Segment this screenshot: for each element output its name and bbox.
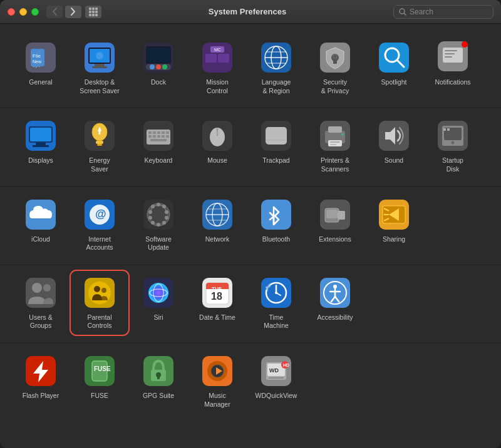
window-title: System Preferences	[101, 7, 393, 16]
pref-icloud[interactable]: iCloud	[13, 193, 69, 256]
bluetooth-icon	[261, 200, 291, 230]
pref-wdquickview[interactable]: WD HD WDQuickView	[248, 350, 304, 412]
svg-point-115	[148, 216, 152, 220]
notification-badge	[462, 41, 468, 48]
fuse-label: FUSE	[91, 392, 108, 400]
svg-rect-51	[445, 50, 457, 51]
pref-parental[interactable]: ParentalControls	[71, 272, 128, 334]
pref-sound[interactable]: Sound	[366, 115, 422, 177]
pref-network[interactable]: Network	[189, 193, 245, 256]
softwareupdate-label: SoftwareUpdate	[145, 235, 171, 252]
trackpad-icon	[261, 121, 291, 151]
search-box[interactable]	[393, 5, 493, 19]
svg-point-111	[165, 216, 168, 220]
general-label: General	[29, 78, 52, 87]
pref-bluetooth[interactable]: Bluetooth	[248, 193, 304, 256]
extensions-icon	[320, 200, 350, 230]
preferences-content: File New Opε File New General	[0, 24, 501, 448]
search-icon	[399, 8, 406, 16]
svg-rect-57	[36, 143, 46, 145]
pref-general[interactable]: File New Opε File New General	[13, 36, 69, 99]
svg-rect-5	[95, 11, 98, 13]
svg-point-30	[162, 64, 167, 69]
back-button[interactable]	[46, 6, 63, 18]
pref-energy[interactable]: EnergySaver	[71, 115, 128, 177]
svg-rect-2	[95, 8, 98, 10]
svg-rect-69	[162, 131, 165, 134]
svg-point-89	[341, 133, 344, 136]
svg-rect-183	[269, 377, 284, 379]
pref-notifications[interactable]: Notifications	[425, 36, 481, 99]
pref-extensions[interactable]: Extensions	[307, 193, 363, 256]
pref-keyboard[interactable]: Keyboard	[130, 115, 187, 177]
maximize-button[interactable]	[31, 8, 39, 16]
pref-internet[interactable]: @ InternetAccounts	[71, 193, 128, 256]
general-icon: File New Opε File New	[26, 43, 56, 73]
svg-rect-50	[443, 48, 463, 63]
search-input[interactable]	[410, 8, 491, 16]
network-icon	[202, 200, 232, 230]
svg-rect-21	[95, 64, 105, 66]
traffic-lights	[8, 8, 39, 16]
gpg-icon	[143, 356, 173, 386]
svg-point-143	[94, 286, 100, 292]
svg-rect-22	[92, 66, 107, 68]
pref-mouse[interactable]: Mouse	[189, 115, 245, 177]
pref-displays[interactable]: Displays	[13, 115, 69, 177]
svg-rect-75	[166, 135, 169, 138]
forward-button[interactable]	[65, 6, 81, 18]
pref-startup[interactable]: StartupDisk	[425, 115, 481, 177]
svg-rect-130	[338, 211, 345, 220]
svg-rect-52	[445, 53, 455, 54]
close-button[interactable]	[8, 8, 15, 16]
grid-view-button[interactable]	[85, 6, 101, 18]
pref-users[interactable]: Users &Groups	[13, 272, 69, 334]
wdquickview-label: WDQuickView	[256, 392, 297, 400]
pref-softwareupdate[interactable]: SoftwareUpdate	[130, 193, 187, 256]
startup-icon	[438, 121, 468, 151]
pref-security[interactable]: Security& Privacy	[307, 36, 363, 99]
timemachine-icon	[261, 278, 291, 308]
parental-label: ParentalControls	[87, 313, 111, 330]
flashplayer-icon	[26, 356, 56, 386]
pref-timemachine[interactable]: TimeMachine	[248, 272, 304, 334]
musicmanager-label: MusicManager	[204, 392, 230, 409]
pref-spotlight[interactable]: Spotlight	[366, 36, 422, 99]
pref-fuse[interactable]: FUSE FUSE	[71, 350, 128, 412]
svg-point-28	[150, 64, 155, 69]
mouse-label: Mouse	[207, 156, 227, 165]
pref-printers[interactable]: Printers &Scanners	[307, 115, 363, 177]
svg-rect-74	[162, 135, 165, 138]
svg-rect-68	[157, 131, 160, 134]
pref-dock[interactable]: Dock	[130, 36, 187, 99]
pref-accessibility[interactable]: Accessibility	[307, 272, 363, 334]
pref-desktop[interactable]: Desktop &Screen Saver	[71, 36, 128, 99]
pref-siri[interactable]: Siri	[130, 272, 187, 334]
users-label: Users &Groups	[29, 313, 52, 330]
section-system: Users &Groups ParentalCo	[0, 265, 501, 344]
pref-gpg[interactable]: GPG Suite	[130, 350, 187, 412]
svg-rect-6	[89, 14, 91, 16]
printers-icon	[320, 121, 350, 151]
pref-flashplayer[interactable]: Flash Player	[13, 350, 69, 412]
siri-label: Siri	[153, 313, 163, 322]
svg-point-140	[43, 284, 51, 292]
pref-sharing[interactable]: Sharing	[366, 193, 422, 256]
pref-musicmanager[interactable]: MusicManager	[189, 350, 245, 412]
svg-rect-66	[148, 131, 152, 134]
softwareupdate-icon	[143, 200, 173, 230]
svg-rect-7	[92, 14, 95, 16]
bluetooth-label: Bluetooth	[262, 235, 290, 244]
pref-trackpad[interactable]: Trackpad	[248, 115, 304, 177]
svg-rect-98	[447, 128, 450, 131]
pref-language[interactable]: Language& Region	[248, 36, 304, 99]
pref-mission[interactable]: MC MissionControl	[189, 36, 245, 99]
svg-point-113	[157, 223, 160, 227]
svg-rect-44	[333, 59, 337, 64]
minimize-button[interactable]	[19, 8, 27, 16]
svg-point-105	[150, 206, 167, 223]
svg-rect-72	[153, 135, 156, 138]
svg-point-114	[151, 221, 155, 225]
pref-datetime[interactable]: TUE 18 Date & Time	[189, 272, 245, 334]
svg-rect-70	[166, 131, 169, 134]
